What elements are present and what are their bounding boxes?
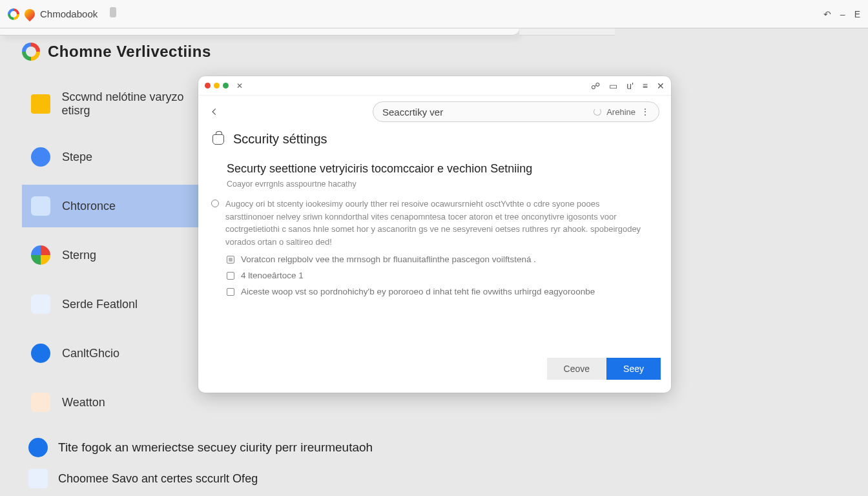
shield-icon: [31, 294, 50, 314]
settings-dialog: ✕ ☍ ▭ u' ≡ ✕ Arehine ⋮: [198, 76, 671, 393]
doc-icon: [28, 469, 48, 488]
dialog-toolbar: Arehine ⋮: [198, 96, 671, 128]
sidebar-item-2[interactable]: Chtoronce: [22, 185, 222, 227]
flame-icon: [23, 6, 37, 21]
section-title: Sccurity séttings: [233, 132, 327, 147]
search-field[interactable]: Arehine ⋮: [373, 101, 659, 122]
checkbox-label: 4 ltenoeârtoce 1: [241, 271, 304, 280]
close-icon[interactable]: ✕: [657, 81, 665, 91]
sub-heading: Securty seettione vetryiciris tocomccaio…: [227, 162, 643, 176]
sidebar-item-label: Stepe: [62, 150, 92, 164]
history-icon[interactable]: ↶: [823, 9, 831, 19]
google-g-icon: [8, 8, 19, 20]
sidebar-item-label: CanltGhcio: [62, 347, 119, 360]
helper-line: Voratcon relgpbolv vee the mrnsogh br fl…: [227, 254, 643, 264]
traffic-lights[interactable]: [205, 83, 229, 88]
checkbox-option-2[interactable]: Aiceste woop vst so pordnohichy'b ey por…: [227, 287, 643, 296]
setting-description: Augocy ori bt stcenty iookesimy oourly t…: [225, 198, 643, 248]
extension-icon[interactable]: ☍: [591, 81, 600, 91]
sidebar-item-label: Sterng: [62, 249, 96, 262]
dropdown-icon[interactable]: ⋮: [641, 107, 650, 117]
save-button[interactable]: Seey: [606, 358, 661, 380]
checkbox-indeterminate-icon[interactable]: [227, 256, 234, 264]
bottom-link-2[interactable]: Choomee Savo ant certes sccurlt Ofeg: [28, 469, 868, 488]
helper-text: Voratcon relgpbolv vee the mrnsogh br fl…: [241, 254, 536, 264]
window-icon[interactable]: ▭: [609, 81, 617, 91]
key-icon: [31, 344, 50, 363]
expand-icon[interactable]: E: [854, 9, 860, 19]
checkbox-option-1[interactable]: 4 ltenoeârtoce 1: [227, 271, 643, 280]
info-icon: [28, 438, 48, 457]
checkbox-label: Aiceste woop vst so pordnohichy'b ey por…: [241, 287, 595, 296]
page-heading: Chomne Verlivectiins: [22, 43, 868, 61]
search-input[interactable]: [382, 107, 588, 118]
minimize-icon[interactable]: –: [840, 9, 845, 19]
sidebar-item-label: Weatton: [62, 396, 105, 409]
close-dot-icon[interactable]: [205, 83, 211, 88]
cancel-button[interactable]: Ceove: [547, 358, 606, 380]
weather-icon: [31, 393, 50, 412]
circle-icon: [31, 147, 50, 167]
dialog-footer: Ceove Seey: [198, 353, 671, 393]
sidebar-item-4[interactable]: Serde Featlonl: [22, 283, 222, 326]
chrome-icon: [31, 245, 50, 265]
u-icon[interactable]: u': [626, 81, 633, 91]
zoom-dot-icon[interactable]: [223, 83, 229, 88]
sidebar-item-label: Sccwnd nelótine varyzo etisrg: [62, 90, 213, 118]
sidebar-item-label: Serde Featlonl: [62, 298, 138, 311]
window-controls: ↶ – E: [823, 9, 860, 19]
back-icon[interactable]: [210, 107, 219, 116]
device-icon: [31, 196, 50, 216]
os-top-strip: Chmodabook ↶ – E: [0, 0, 868, 28]
sidebar-item-label: Chtoronce: [62, 200, 116, 213]
sidebar-item-6[interactable]: Weatton: [22, 381, 222, 424]
search-hint: Arehine: [606, 107, 636, 117]
sub-caption: Coayor evrrgnls asspourtne hacathy: [227, 180, 643, 189]
folder-icon: [31, 94, 50, 114]
briefcase-icon: [212, 134, 224, 145]
bottom-link-label: Tite fogok an wmeriectse secuey ciurity …: [58, 440, 373, 455]
sidebar-item-0[interactable]: Sccwnd nelótine varyzo etisrg: [22, 79, 222, 129]
loading-spinner-icon: [594, 108, 601, 116]
checkbox-icon[interactable]: [227, 272, 234, 280]
tab-separator: [110, 7, 116, 17]
page-title: Chomne Verlivectiins: [48, 43, 211, 61]
bottom-link-1[interactable]: Tite fogok an wmeriectse secuey ciurity …: [28, 438, 868, 457]
tab-close-icon[interactable]: ✕: [236, 81, 243, 90]
sidebar-item-5[interactable]: CanltGhcio: [22, 332, 222, 375]
bottom-link-label: Choomee Savo ant certes sccurlt Ofeg: [58, 472, 258, 486]
menu-icon[interactable]: ≡: [643, 81, 648, 91]
minimize-dot-icon[interactable]: [214, 83, 220, 88]
radio-icon[interactable]: [211, 200, 219, 207]
checkbox-icon[interactable]: [227, 288, 234, 296]
sidebar-item-1[interactable]: Stepe: [22, 136, 222, 178]
sidebar-item-3[interactable]: Sterng: [22, 234, 222, 276]
active-tab-title: Chmodabook: [40, 8, 98, 19]
google-g-icon: [22, 43, 40, 61]
dialog-titlebar: ✕ ☍ ▭ u' ≡ ✕: [198, 76, 671, 96]
sidebar: Sccwnd nelótine varyzo etisrg Stepe Chto…: [22, 79, 222, 424]
radio-option[interactable]: Augocy ori bt stcenty iookesimy oourly t…: [211, 198, 643, 248]
